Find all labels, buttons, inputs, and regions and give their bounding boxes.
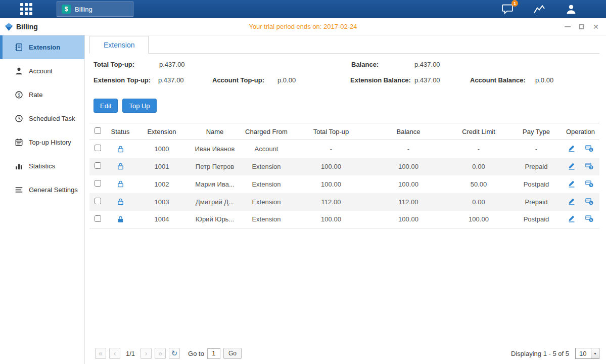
sidebar-item-label: General Settings	[29, 186, 78, 194]
sidebar-item-account[interactable]: Account	[0, 59, 84, 83]
row-checkbox[interactable]	[95, 198, 101, 204]
sidebar-item-statistics[interactable]: Statistics	[0, 154, 84, 178]
balance-label: Balance:	[351, 61, 379, 68]
sidebar-item-extension[interactable]: Extension	[0, 35, 84, 59]
cell-charged-from: Extension	[241, 175, 292, 193]
cell-balance: 100.00	[370, 211, 446, 229]
cell-total-topup: 112.00	[292, 193, 370, 211]
top-up-row-icon[interactable]	[585, 162, 593, 170]
select-all-checkbox[interactable]	[95, 127, 101, 134]
top-up-row-icon[interactable]	[585, 144, 593, 152]
row-checkbox[interactable]	[95, 162, 101, 169]
unlocked-icon	[117, 145, 124, 152]
row-checkbox[interactable]	[95, 215, 101, 222]
user-account-icon[interactable]	[565, 3, 578, 15]
clock-icon	[15, 114, 23, 123]
extension-balance-label: Extension Balance:	[350, 76, 411, 84]
cell-credit-limit: 0.00	[446, 193, 511, 211]
cell-pay-type: Prepaid	[511, 193, 562, 211]
cell-charged-from: Extension	[241, 193, 292, 211]
table-row: 1001 Петр Петров Extension 100.00 100.00…	[89, 158, 599, 175]
go-button[interactable]: Go	[223, 348, 242, 359]
table-row: 1000 Иван Иванов Account - - - -	[89, 140, 599, 158]
total-topup-value: p.437.00	[159, 61, 185, 68]
unlocked-icon	[117, 198, 124, 205]
cell-name: Юрий Юрь...	[189, 211, 241, 229]
page-size-select[interactable]: 10 ▼	[575, 348, 599, 359]
cell-name: Иван Иванов	[189, 140, 241, 158]
top-up-row-icon[interactable]	[585, 197, 593, 205]
edit-row-icon[interactable]	[568, 144, 576, 152]
header-balance: Balance	[370, 123, 446, 140]
topbar-tab-billing[interactable]: $ Billing	[57, 2, 133, 17]
balance-value: p.437.00	[414, 61, 440, 68]
chevron-down-icon: ▼	[591, 348, 599, 358]
tab-extension[interactable]: Extension	[89, 36, 149, 54]
goto-label: Go to	[188, 350, 204, 357]
tab-bar: Extension	[89, 35, 599, 54]
sidebar-item-label: Rate	[29, 91, 42, 99]
goto-page-input[interactable]	[207, 348, 220, 359]
page-size-value: 10	[579, 350, 586, 357]
edit-row-icon[interactable]	[568, 214, 576, 222]
sidebar-item-general-settings[interactable]: General Settings	[0, 178, 84, 202]
maximize-button[interactable]	[579, 24, 584, 29]
settings-list-icon	[15, 186, 23, 194]
cell-credit-limit: -	[446, 140, 511, 158]
close-button[interactable]: ✕	[593, 23, 599, 30]
billing-app-window: $ Billing 1 Billing Your trial period en	[0, 0, 606, 364]
cell-pay-type: -	[511, 140, 562, 158]
row-checkbox[interactable]	[95, 145, 101, 151]
header-extension: Extension	[135, 123, 189, 140]
top-up-button[interactable]: Top Up	[122, 99, 156, 113]
prev-page-button[interactable]: ‹	[109, 348, 120, 359]
table-header-row: Status Extension Name Charged From Total…	[89, 123, 599, 140]
row-checkbox[interactable]	[95, 180, 101, 187]
next-page-button[interactable]: ›	[141, 348, 152, 359]
cell-name: Мария Ива...	[189, 175, 241, 193]
minimize-button[interactable]	[565, 26, 571, 27]
refresh-icon[interactable]: ↻	[169, 348, 180, 359]
main-content: Extension Total Top-up: p.437.00 Balance…	[85, 35, 606, 364]
total-topup-label: Total Top-up:	[94, 61, 134, 68]
edit-row-icon[interactable]	[568, 162, 576, 170]
apps-grid-icon[interactable]	[20, 3, 33, 15]
top-up-row-icon[interactable]	[585, 179, 593, 188]
last-page-button[interactable]: »	[155, 348, 166, 359]
cell-pay-type: Postpaid	[511, 175, 562, 193]
cell-name: Дмитрий Д...	[189, 193, 241, 211]
sidebar-item-label: Account	[29, 67, 53, 75]
extension-topup-label: Extension Top-up:	[94, 76, 151, 84]
sidebar-item-label: Top-up History	[29, 139, 71, 146]
table-row: 1002 Мария Ива... Extension 100.00 100.0…	[89, 175, 599, 193]
edit-row-icon[interactable]	[568, 197, 576, 205]
displaying-text: Displaying 1 - 5 of 5	[511, 350, 569, 357]
summary-panel: Total Top-up: p.437.00 Balance: p.437.00…	[85, 54, 606, 107]
cell-balance: 100.00	[370, 158, 446, 175]
sidebar-item-topup-history[interactable]: Top-up History	[0, 130, 84, 154]
bar-chart-icon	[15, 162, 23, 170]
extension-icon	[15, 43, 23, 52]
header-operation: Operation	[562, 123, 599, 140]
edit-row-icon[interactable]	[568, 179, 576, 188]
billing-app-icon: $	[62, 5, 71, 14]
sidebar-item-label: Extension	[29, 43, 60, 51]
cell-extension: 1000	[135, 140, 189, 158]
sidebar-item-label: Scheduled Task	[29, 115, 75, 122]
top-up-row-icon[interactable]	[585, 214, 593, 222]
locked-icon	[117, 215, 124, 222]
cell-charged-from: Extension	[241, 158, 292, 175]
chat-icon[interactable]: 1	[501, 3, 514, 15]
first-page-button[interactable]: «	[95, 348, 106, 359]
cell-pay-type: Prepaid	[511, 158, 562, 175]
sidebar-item-rate[interactable]: Rate	[0, 83, 84, 107]
cell-credit-limit: 100.00	[446, 211, 511, 229]
sidebar: Extension Account Rate Scheduled Task To…	[0, 35, 85, 364]
edit-button[interactable]: Edit	[94, 99, 118, 113]
cell-total-topup: 100.00	[292, 158, 370, 175]
cell-extension: 1004	[135, 211, 189, 229]
extension-balance-value: p.437.00	[414, 76, 440, 84]
pagination-bar: « ‹ 1/1 › » ↻ Go to Go Displaying 1 - 5 …	[95, 346, 599, 361]
resource-monitor-icon[interactable]	[533, 3, 546, 15]
sidebar-item-scheduled-task[interactable]: Scheduled Task	[0, 107, 84, 130]
